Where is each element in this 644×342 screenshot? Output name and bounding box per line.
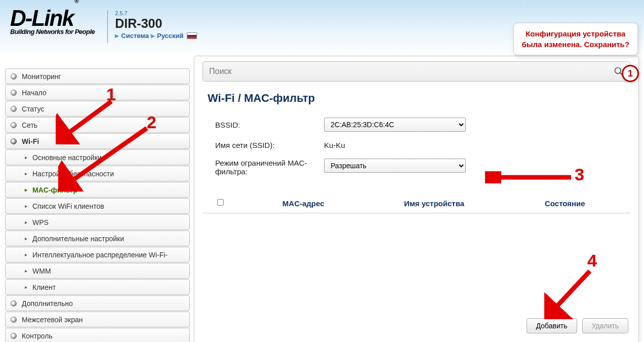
notification-line1: Конфигурация устройства: [522, 28, 629, 39]
sidebar-item-label: Мониторинг: [22, 72, 61, 81]
sidebar-item-label: Дополнительные настройки: [32, 235, 124, 243]
sidebar-item-start[interactable]: Начало: [5, 85, 190, 100]
sidebar-sub-wifi-clients[interactable]: ▸Список WiFi клиентов: [5, 198, 190, 214]
col-state: Состояние: [500, 199, 630, 208]
mac-mode-select[interactable]: Разрешать: [324, 159, 466, 173]
chevron-right-icon: ▸: [25, 203, 27, 209]
bullet-icon: [11, 333, 17, 339]
chevron-right-icon: ▸: [25, 187, 27, 193]
chevron-right-icon: ▸: [25, 155, 27, 160]
annotation-number-4: 4: [587, 251, 597, 271]
chevron-right-icon: ▸: [25, 171, 27, 176]
bullet-icon: [11, 317, 17, 323]
firmware-version: 2.5.7: [115, 10, 196, 16]
search-input[interactable]: [209, 67, 614, 76]
annotation-arrow-3: [485, 171, 576, 183]
bullet-icon: [11, 122, 17, 128]
model-block: 2.5.7 DIR-300 ▶ Система ▶ Русский: [115, 8, 196, 40]
sidebar-item-firewall[interactable]: Межсетевой экран: [5, 312, 190, 327]
sidebar-item-label: Сеть: [22, 121, 37, 129]
device-model: DIR-300: [115, 16, 196, 31]
notification-count-badge[interactable]: 1: [622, 65, 639, 82]
chevron-right-icon: ▸: [25, 219, 27, 225]
sidebar-item-label: Статус: [22, 105, 44, 113]
sidebar-item-monitoring[interactable]: Мониторинг: [5, 68, 190, 84]
sidebar-item-label: Дополнительно: [22, 299, 73, 308]
annotation-arrow-4: [544, 269, 600, 319]
annotation-arrow-2: [58, 126, 154, 192]
bullet-icon: [11, 106, 17, 112]
logo-text: D-Link®: [10, 8, 95, 29]
bssid-select[interactable]: 2C:AB:25:3D:C6:4C: [324, 118, 466, 132]
chevron-right-icon: ▸: [25, 252, 27, 257]
chevron-right-icon: ▸: [25, 284, 27, 290]
sidebar-item-label: Межсетевой экран: [22, 316, 83, 324]
annotation-number-1: 1: [106, 85, 116, 104]
svg-line-3: [67, 128, 147, 184]
add-button[interactable]: Добавить: [527, 318, 577, 333]
chevron-right-icon: ▸: [25, 236, 27, 241]
sidebar-sub-advanced-settings[interactable]: ▸Дополнительные настройки: [5, 231, 190, 246]
bullet-icon: [11, 73, 17, 80]
bssid-label: BSSID:: [215, 121, 324, 129]
registered-icon: ®: [74, 0, 78, 5]
sidebar-sub-smart-wifi[interactable]: ▸Интеллектуальное распределение Wi-Fi-: [5, 247, 190, 262]
mac-mode-label: Режим ограничений MAC-фильтра:: [215, 159, 324, 176]
logo: D-Link® Building Networks for People: [10, 8, 95, 35]
ssid-label: Имя сети (SSID):: [215, 141, 324, 149]
chevron-right-icon: ▸: [25, 268, 27, 274]
col-device-name: Имя устройства: [369, 199, 499, 208]
sidebar-item-label: Клиент: [32, 283, 56, 291]
crumb-system[interactable]: Система: [121, 32, 149, 40]
search-bar[interactable]: [203, 61, 630, 82]
crumb-language[interactable]: Русский: [157, 32, 184, 40]
annotation-number-2: 2: [147, 112, 156, 132]
sidebar-sub-wmm[interactable]: ▸WMM: [5, 263, 190, 279]
col-mac: MAC-адрес: [238, 199, 369, 208]
sidebar-sub-wps[interactable]: ▸WPS: [5, 214, 190, 230]
notification-line2: была изменена. Сохранить?: [522, 39, 629, 50]
bullet-icon: [11, 138, 17, 144]
chevron-right-icon: ▶: [151, 33, 155, 39]
svg-point-0: [615, 68, 621, 74]
save-config-notification[interactable]: Конфигурация устройства была изменена. С…: [513, 23, 638, 55]
delete-button[interactable]: Удалить: [582, 318, 628, 333]
bullet-icon: [11, 90, 17, 96]
flag-ru-icon: [187, 32, 197, 39]
sidebar-item-control[interactable]: Контроль: [5, 328, 190, 342]
sidebar-item-label: Начало: [22, 89, 47, 97]
breadcrumb: ▶ Система ▶ Русский: [115, 32, 196, 40]
mac-table-header: MAC-адрес Имя устройства Состояние: [203, 194, 630, 213]
sidebar-item-label: WPS: [32, 218, 49, 226]
sidebar-item-label: WMM: [32, 267, 51, 275]
annotation-number-3: 3: [575, 165, 584, 184]
page-title: Wi-Fi / MAC-фильтр: [208, 92, 630, 105]
sidebar-item-label: Wi-Fi: [22, 137, 39, 145]
sidebar-sub-client[interactable]: ▸Клиент: [5, 279, 190, 295]
ssid-value: Ku-Ku: [324, 141, 630, 149]
sidebar-item-label: Контроль: [22, 332, 53, 340]
svg-line-5: [552, 271, 590, 312]
sidebar-item-label: Список WiFi клиентов: [32, 202, 104, 210]
bullet-icon: [11, 300, 17, 307]
sidebar-item-advanced[interactable]: Дополнительно: [5, 295, 190, 311]
divider: [107, 10, 108, 43]
select-all-checkbox[interactable]: [217, 199, 224, 206]
chevron-right-icon: ▶: [115, 33, 119, 39]
sidebar-item-label: Интеллектуальное распределение Wi-Fi-: [32, 251, 168, 259]
